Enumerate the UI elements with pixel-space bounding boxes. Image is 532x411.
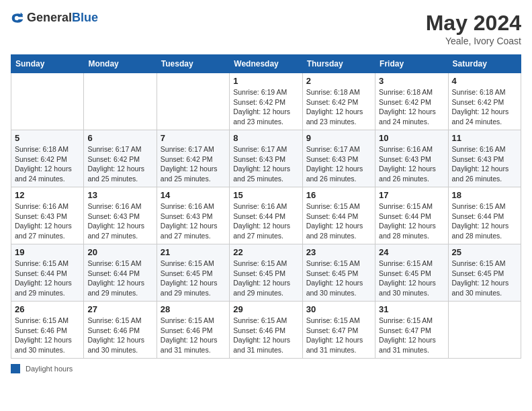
day-number: 26 bbox=[15, 304, 80, 314]
calendar-cell bbox=[448, 302, 521, 359]
day-info: Sunrise: 6:17 AM Sunset: 6:42 PM Dayligh… bbox=[161, 144, 226, 184]
logo-general: General bbox=[27, 11, 72, 24]
weekday-header-row: SundayMondayTuesdayWednesdayThursdayFrid… bbox=[11, 55, 521, 73]
header: GeneralBlue May 2024 Yeale, Ivory Coast bbox=[11, 11, 521, 46]
footer: Daylight hours bbox=[11, 364, 521, 373]
day-number: 11 bbox=[452, 133, 517, 143]
calendar-table: SundayMondayTuesdayWednesdayThursdayFrid… bbox=[11, 54, 521, 359]
weekday-header-tuesday: Tuesday bbox=[157, 55, 229, 73]
week-row-1: 1Sunrise: 6:19 AM Sunset: 6:42 PM Daylig… bbox=[11, 73, 521, 130]
week-row-5: 26Sunrise: 6:15 AM Sunset: 6:46 PM Dayli… bbox=[11, 302, 521, 359]
day-info: Sunrise: 6:15 AM Sunset: 6:46 PM Dayligh… bbox=[233, 316, 298, 355]
day-info: Sunrise: 6:15 AM Sunset: 6:46 PM Dayligh… bbox=[161, 316, 226, 355]
day-number: 29 bbox=[233, 304, 298, 314]
calendar-cell: 1Sunrise: 6:19 AM Sunset: 6:42 PM Daylig… bbox=[230, 73, 302, 130]
day-info: Sunrise: 6:16 AM Sunset: 6:43 PM Dayligh… bbox=[15, 201, 80, 241]
day-number: 31 bbox=[379, 304, 444, 314]
day-number: 4 bbox=[452, 76, 517, 86]
day-number: 28 bbox=[161, 304, 226, 314]
day-number: 16 bbox=[306, 190, 371, 200]
day-info: Sunrise: 6:17 AM Sunset: 6:43 PM Dayligh… bbox=[233, 144, 298, 184]
day-number: 5 bbox=[15, 133, 80, 143]
day-info: Sunrise: 6:15 AM Sunset: 6:45 PM Dayligh… bbox=[452, 259, 517, 298]
day-info: Sunrise: 6:19 AM Sunset: 6:42 PM Dayligh… bbox=[233, 87, 298, 127]
footer-label: Daylight hours bbox=[26, 365, 73, 373]
day-info: Sunrise: 6:15 AM Sunset: 6:44 PM Dayligh… bbox=[87, 259, 152, 298]
logo-blue: Blue bbox=[72, 11, 98, 24]
day-number: 6 bbox=[87, 133, 152, 143]
weekday-header-friday: Friday bbox=[375, 55, 448, 73]
day-number: 7 bbox=[161, 133, 226, 143]
calendar-cell: 31Sunrise: 6:15 AM Sunset: 6:47 PM Dayli… bbox=[375, 302, 448, 359]
day-info: Sunrise: 6:15 AM Sunset: 6:46 PM Dayligh… bbox=[87, 316, 152, 355]
day-number: 17 bbox=[379, 190, 444, 200]
day-info: Sunrise: 6:15 AM Sunset: 6:45 PM Dayligh… bbox=[306, 259, 371, 298]
logo: GeneralBlue bbox=[11, 11, 98, 25]
calendar-cell: 26Sunrise: 6:15 AM Sunset: 6:46 PM Dayli… bbox=[11, 302, 84, 359]
day-info: Sunrise: 6:15 AM Sunset: 6:45 PM Dayligh… bbox=[233, 259, 298, 298]
calendar-cell: 5Sunrise: 6:18 AM Sunset: 6:42 PM Daylig… bbox=[11, 130, 84, 187]
day-number: 2 bbox=[306, 76, 371, 86]
day-number: 23 bbox=[306, 247, 371, 257]
calendar-cell: 12Sunrise: 6:16 AM Sunset: 6:43 PM Dayli… bbox=[11, 187, 84, 244]
day-info: Sunrise: 6:15 AM Sunset: 6:44 PM Dayligh… bbox=[379, 201, 444, 241]
logo-icon bbox=[11, 11, 24, 25]
week-row-3: 12Sunrise: 6:16 AM Sunset: 6:43 PM Dayli… bbox=[11, 187, 521, 244]
day-number: 10 bbox=[379, 133, 444, 143]
day-number: 20 bbox=[87, 247, 152, 257]
calendar-cell: 4Sunrise: 6:18 AM Sunset: 6:42 PM Daylig… bbox=[448, 73, 521, 130]
calendar-cell bbox=[11, 73, 84, 130]
calendar-cell: 25Sunrise: 6:15 AM Sunset: 6:45 PM Dayli… bbox=[448, 244, 521, 302]
calendar-cell: 24Sunrise: 6:15 AM Sunset: 6:45 PM Dayli… bbox=[375, 244, 448, 302]
logo-text: GeneralBlue bbox=[27, 11, 98, 25]
calendar-cell: 21Sunrise: 6:15 AM Sunset: 6:45 PM Dayli… bbox=[157, 244, 229, 302]
day-info: Sunrise: 6:17 AM Sunset: 6:43 PM Dayligh… bbox=[306, 144, 371, 184]
day-info: Sunrise: 6:16 AM Sunset: 6:43 PM Dayligh… bbox=[87, 201, 152, 241]
day-number: 19 bbox=[15, 247, 80, 257]
day-info: Sunrise: 6:15 AM Sunset: 6:47 PM Dayligh… bbox=[306, 316, 371, 355]
calendar-cell: 11Sunrise: 6:16 AM Sunset: 6:43 PM Dayli… bbox=[448, 130, 521, 187]
day-number: 14 bbox=[161, 190, 226, 200]
day-number: 3 bbox=[379, 76, 444, 86]
calendar-cell: 9Sunrise: 6:17 AM Sunset: 6:43 PM Daylig… bbox=[302, 130, 375, 187]
month-year: May 2024 bbox=[426, 11, 521, 36]
day-info: Sunrise: 6:15 AM Sunset: 6:47 PM Dayligh… bbox=[379, 316, 444, 355]
calendar-cell: 16Sunrise: 6:15 AM Sunset: 6:44 PM Dayli… bbox=[302, 187, 375, 244]
day-number: 9 bbox=[306, 133, 371, 143]
calendar-cell: 19Sunrise: 6:15 AM Sunset: 6:44 PM Dayli… bbox=[11, 244, 84, 302]
day-number: 21 bbox=[161, 247, 226, 257]
calendar-cell: 6Sunrise: 6:17 AM Sunset: 6:42 PM Daylig… bbox=[84, 130, 157, 187]
day-info: Sunrise: 6:16 AM Sunset: 6:44 PM Dayligh… bbox=[233, 201, 298, 241]
day-info: Sunrise: 6:15 AM Sunset: 6:44 PM Dayligh… bbox=[306, 201, 371, 241]
calendar-cell: 27Sunrise: 6:15 AM Sunset: 6:46 PM Dayli… bbox=[84, 302, 157, 359]
weekday-header-thursday: Thursday bbox=[302, 55, 375, 73]
day-number: 12 bbox=[15, 190, 80, 200]
day-number: 13 bbox=[87, 190, 152, 200]
weekday-header-saturday: Saturday bbox=[448, 55, 521, 73]
day-number: 15 bbox=[233, 190, 298, 200]
week-row-4: 19Sunrise: 6:15 AM Sunset: 6:44 PM Dayli… bbox=[11, 244, 521, 302]
day-info: Sunrise: 6:18 AM Sunset: 6:42 PM Dayligh… bbox=[306, 87, 371, 127]
day-number: 25 bbox=[452, 247, 517, 257]
day-info: Sunrise: 6:16 AM Sunset: 6:43 PM Dayligh… bbox=[161, 201, 226, 241]
calendar-cell: 30Sunrise: 6:15 AM Sunset: 6:47 PM Dayli… bbox=[302, 302, 375, 359]
calendar-cell: 15Sunrise: 6:16 AM Sunset: 6:44 PM Dayli… bbox=[230, 187, 302, 244]
calendar-cell: 23Sunrise: 6:15 AM Sunset: 6:45 PM Dayli… bbox=[302, 244, 375, 302]
day-info: Sunrise: 6:18 AM Sunset: 6:42 PM Dayligh… bbox=[15, 144, 80, 184]
weekday-header-monday: Monday bbox=[84, 55, 157, 73]
calendar-cell: 3Sunrise: 6:18 AM Sunset: 6:42 PM Daylig… bbox=[375, 73, 448, 130]
day-info: Sunrise: 6:15 AM Sunset: 6:45 PM Dayligh… bbox=[161, 259, 226, 298]
day-number: 24 bbox=[379, 247, 444, 257]
calendar-cell: 13Sunrise: 6:16 AM Sunset: 6:43 PM Dayli… bbox=[84, 187, 157, 244]
week-row-2: 5Sunrise: 6:18 AM Sunset: 6:42 PM Daylig… bbox=[11, 130, 521, 187]
weekday-header-wednesday: Wednesday bbox=[230, 55, 302, 73]
day-number: 18 bbox=[452, 190, 517, 200]
calendar-cell bbox=[84, 73, 157, 130]
location: Yeale, Ivory Coast bbox=[426, 36, 521, 46]
day-info: Sunrise: 6:18 AM Sunset: 6:42 PM Dayligh… bbox=[452, 87, 517, 127]
calendar-cell: 22Sunrise: 6:15 AM Sunset: 6:45 PM Dayli… bbox=[230, 244, 302, 302]
calendar-cell: 7Sunrise: 6:17 AM Sunset: 6:42 PM Daylig… bbox=[157, 130, 229, 187]
day-number: 27 bbox=[87, 304, 152, 314]
calendar-cell: 18Sunrise: 6:15 AM Sunset: 6:44 PM Dayli… bbox=[448, 187, 521, 244]
day-info: Sunrise: 6:16 AM Sunset: 6:43 PM Dayligh… bbox=[379, 144, 444, 184]
